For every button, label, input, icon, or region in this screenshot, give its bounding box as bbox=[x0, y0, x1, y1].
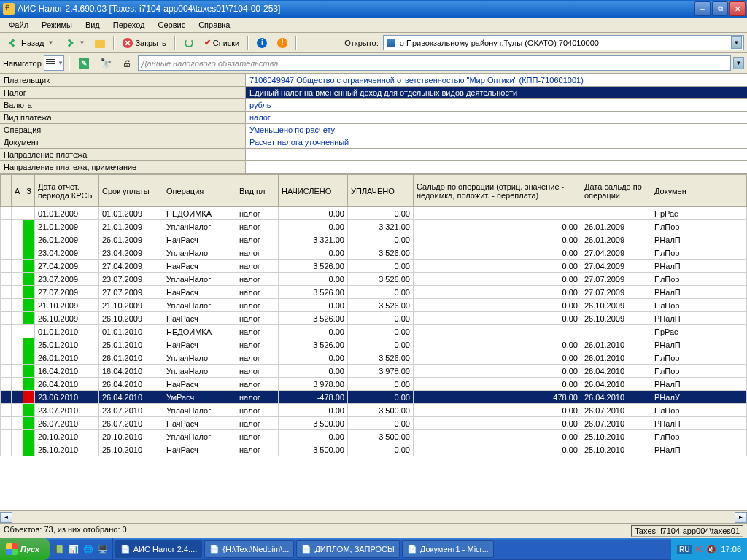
navigator-view-combo[interactable]: ▼ bbox=[44, 55, 64, 71]
taskbar-item[interactable]: 📄АИС Налог 2.4.... bbox=[115, 540, 203, 558]
table-row[interactable]: 23.04.200923.04.2009УплачНалогналог0.003… bbox=[1, 246, 747, 260]
scroll-left-button[interactable]: ◄ bbox=[0, 512, 12, 523]
menu-сервис[interactable]: Сервис bbox=[152, 19, 191, 31]
chevron-down-icon[interactable]: ▼ bbox=[731, 36, 742, 49]
lists-button[interactable]: ✔ Списки bbox=[200, 36, 244, 50]
table-row[interactable]: 27.07.200927.07.2009НачРасчналог3 526.00… bbox=[1, 286, 747, 299]
column-header[interactable]: Операция bbox=[163, 175, 236, 207]
form-row: Плательщик7106049947 Общество с ограниче… bbox=[0, 74, 747, 87]
table-row[interactable]: 27.04.200927.04.2009НачРасчналог3 526.00… bbox=[1, 260, 747, 273]
table-row[interactable]: 25.10.201025.10.2010НачРасчналог3 500.00… bbox=[1, 443, 747, 456]
start-button[interactable]: Пуск bbox=[0, 538, 50, 560]
tray-icon[interactable]: 🔇 bbox=[706, 545, 716, 554]
refresh-icon bbox=[185, 39, 193, 47]
up-folder-button[interactable] bbox=[90, 36, 109, 50]
table-row[interactable]: 20.10.201020.10.2010УплачНалогналог0.003… bbox=[1, 430, 747, 443]
table-row[interactable]: 26.01.201026.01.2010УплачНалогналог0.003… bbox=[1, 351, 747, 365]
chevron-down-icon[interactable]: ▼ bbox=[733, 57, 744, 69]
table-row[interactable]: 21.01.200921.01.2009УплачНалогналог0.003… bbox=[1, 220, 747, 233]
column-header[interactable]: А bbox=[12, 175, 23, 207]
maximize-button[interactable]: ⧉ bbox=[712, 1, 728, 16]
form-label: Валюта bbox=[0, 99, 246, 111]
minimize-button[interactable]: – bbox=[694, 1, 711, 16]
chevron-down-icon[interactable]: ▼ bbox=[79, 39, 85, 46]
refresh-button[interactable] bbox=[179, 36, 198, 50]
table-row[interactable]: 23.07.200923.07.2009УплачНалогналог0.003… bbox=[1, 273, 747, 286]
table-row[interactable]: 01.01.200901.01.2009НЕДОИМКАналог0.000.0… bbox=[1, 207, 747, 220]
menu-файл[interactable]: Файл bbox=[3, 19, 34, 31]
table-row[interactable]: 25.01.201025.01.2010НачРасчналог3 526.00… bbox=[1, 338, 747, 351]
nav-print-button[interactable]: 🖨 bbox=[118, 56, 136, 71]
form-row: Направление платежа, примечание bbox=[0, 161, 747, 174]
column-header[interactable]: УПЛАЧЕНО bbox=[348, 175, 414, 207]
opened-label: Открыто: bbox=[344, 39, 379, 47]
taskbar-item[interactable]: 📄ДИПЛОМ, ЗАПРОСЫ bbox=[296, 540, 399, 558]
horizontal-scrollbar[interactable]: ◄ ► bbox=[0, 510, 747, 523]
close-icon bbox=[123, 38, 133, 48]
form-value[interactable]: Расчет налога уточненный bbox=[246, 136, 747, 148]
menu-переход[interactable]: Переход bbox=[107, 19, 151, 31]
nav-search-button[interactable]: 🔭 bbox=[96, 55, 116, 71]
taskbar-item[interactable]: 📄Документ1 - Micr... bbox=[402, 540, 494, 558]
table-row[interactable]: 26.04.201026.04.2010НачРасчналог3 978.00… bbox=[1, 378, 747, 391]
ql-item[interactable]: 📗 bbox=[53, 542, 66, 556]
table-row[interactable]: 23.06.201026.04.2010УмРасчналог-478.000.… bbox=[1, 391, 747, 404]
form-value[interactable]: 7106049947 Общество с ограниченной ответ… bbox=[246, 74, 747, 86]
column-header[interactable]: НАЧИСЛЕНО bbox=[279, 175, 348, 207]
system-tray: RU K 🔇 17:06 bbox=[671, 538, 747, 560]
taskbar-item-label: АИС Налог 2.4.... bbox=[133, 545, 198, 553]
scroll-right-button[interactable]: ► bbox=[735, 512, 747, 523]
ql-item[interactable]: 🖥️ bbox=[96, 542, 109, 556]
table-row[interactable]: 26.10.200926.10.2009НачРасчналог3 526.00… bbox=[1, 312, 747, 325]
form-value[interactable]: Уменьшено по расчету bbox=[246, 124, 747, 136]
table-row[interactable]: 21.10.200921.10.2009УплачНалогналог0.003… bbox=[1, 299, 747, 312]
clock[interactable]: 17:06 bbox=[721, 545, 741, 553]
navigator-toolbar: Навигатор ▼ ✎ 🔭 🖨 Данные налогового обяз… bbox=[0, 53, 747, 74]
form-label: Плательщик bbox=[0, 74, 246, 86]
form-value[interactable] bbox=[246, 161, 747, 173]
table-row[interactable]: 26.07.201026.07.2010НачРасчналог3 500.00… bbox=[1, 417, 747, 430]
column-header[interactable]: Вид пл bbox=[236, 175, 279, 207]
form-value[interactable]: Единый налог на вмененный доход для отде… bbox=[246, 87, 747, 98]
ql-item[interactable]: 📊 bbox=[67, 542, 80, 556]
close-window-button[interactable]: ✕ bbox=[729, 1, 746, 16]
table-row[interactable]: 01.01.201001.01.2010НЕДОИМКАналог0.000.0… bbox=[1, 325, 747, 338]
column-header[interactable]: Срок уплаты bbox=[99, 175, 163, 207]
start-label: Пуск bbox=[20, 545, 39, 553]
data-grid[interactable]: АЗДата отчет. периода КРСБСрок уплатыОпе… bbox=[0, 174, 747, 510]
nav-doc-button[interactable]: ✎ bbox=[74, 56, 93, 71]
opened-combo[interactable]: о Привокзальному району г.Тулы (ОКАТО) 7… bbox=[383, 35, 744, 50]
form-label: Направление платежа, примечание bbox=[0, 161, 246, 173]
menu-режимы[interactable]: Режимы bbox=[36, 19, 78, 31]
column-header[interactable]: Дата сальдо по операции bbox=[581, 175, 651, 207]
breadcrumb-field[interactable]: Данные налогового обязательства bbox=[138, 55, 731, 71]
form-label: Операция bbox=[0, 124, 246, 136]
taskbar-item[interactable]: 📄{H:\Text\Nedoim\... bbox=[204, 540, 294, 558]
form-value[interactable]: рубль bbox=[246, 99, 747, 111]
table-row[interactable]: 26.01.200926.01.2009НачРасчналог3 321.00… bbox=[1, 233, 747, 246]
forward-button[interactable]: ▼ bbox=[59, 35, 89, 51]
close-doc-button[interactable]: Закрыть bbox=[118, 36, 170, 50]
column-header[interactable]: Докумен bbox=[651, 175, 747, 207]
back-button[interactable]: Назад ▼ bbox=[3, 35, 58, 51]
folder-up-icon bbox=[95, 40, 105, 48]
lang-indicator[interactable]: RU bbox=[677, 545, 692, 554]
column-header[interactable]: Дата отчет. периода КРСБ bbox=[35, 175, 99, 207]
warning-button[interactable]: ! bbox=[273, 36, 292, 50]
form-value[interactable]: налог bbox=[246, 112, 747, 123]
menu-вид[interactable]: Вид bbox=[80, 19, 106, 31]
ql-item[interactable]: 🌐 bbox=[82, 542, 95, 556]
windows-taskbar: Пуск 📗 📊 🌐 🖥️ 📄АИС Налог 2.4....📄{H:\Tex… bbox=[0, 538, 747, 560]
column-header[interactable]: З bbox=[23, 175, 35, 207]
info-button[interactable]: i bbox=[252, 36, 271, 50]
table-row[interactable]: 23.07.201023.07.2010УплачНалогналог0.003… bbox=[1, 404, 747, 417]
form-value[interactable] bbox=[246, 149, 747, 160]
column-header[interactable] bbox=[1, 175, 12, 207]
tray-icon[interactable]: K bbox=[697, 545, 703, 553]
chevron-down-icon[interactable]: ▼ bbox=[48, 39, 54, 46]
menu-справка[interactable]: Справка bbox=[193, 19, 236, 31]
column-header[interactable]: Сальдо по операции (отриц. значение - не… bbox=[414, 175, 581, 207]
table-row[interactable]: 16.04.201016.04.2010УплачНалогналог0.003… bbox=[1, 365, 747, 378]
taskbar-item-label: {H:\Text\Nedoim\... bbox=[222, 545, 289, 553]
document-icon: ✎ bbox=[79, 58, 89, 69]
